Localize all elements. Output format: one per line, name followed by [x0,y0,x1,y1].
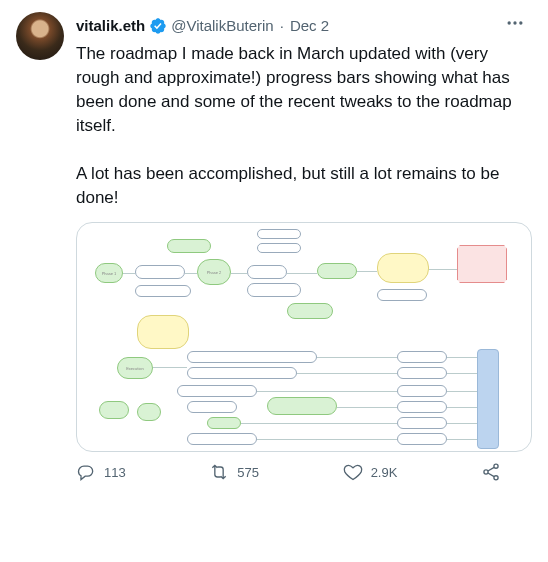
share-icon [481,462,501,482]
tweet-media-image[interactable]: Phase 1 Phase 2 Exe [76,222,532,452]
retweet-count: 575 [237,465,259,480]
svg-point-3 [494,464,498,468]
header-separator: · [278,16,286,36]
display-name[interactable]: vitalik.eth [76,16,145,36]
heart-icon [343,462,363,482]
like-button[interactable]: 2.9K [343,462,398,482]
more-options-button[interactable] [498,6,532,40]
retweet-button[interactable]: 575 [209,462,259,482]
reply-icon [76,462,96,482]
reply-count: 113 [104,465,126,480]
svg-point-4 [484,470,488,474]
tweet-actions-bar: 113 575 2.9K [76,462,501,482]
tweet-container: vitalik.eth @VitalikButerin · Dec 2 The … [0,0,548,486]
svg-point-1 [513,21,516,24]
retweet-icon [209,462,229,482]
tweet-date[interactable]: Dec 2 [290,16,329,36]
roadmap-diagram: Phase 1 Phase 2 Exe [77,223,531,451]
tweet-main: vitalik.eth @VitalikButerin · Dec 2 The … [76,12,532,482]
verified-badge-icon [149,17,167,35]
avatar[interactable] [16,12,64,60]
user-handle[interactable]: @VitalikButerin [171,16,274,36]
tweet-text: The roadmap I made back in March updated… [76,42,532,210]
svg-point-2 [519,21,522,24]
svg-point-0 [508,21,511,24]
svg-point-5 [494,476,498,480]
reply-button[interactable]: 113 [76,462,126,482]
tweet-header: vitalik.eth @VitalikButerin · Dec 2 [76,12,532,40]
like-count: 2.9K [371,465,398,480]
more-horizontal-icon [505,13,525,33]
share-button[interactable] [481,462,501,482]
